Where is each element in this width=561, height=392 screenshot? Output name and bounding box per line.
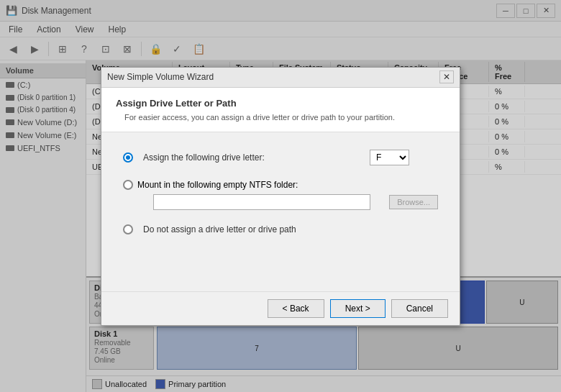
mount-folder-row: Mount in the following empty NTFS folder… (123, 180, 438, 190)
option-mount-folder: Mount in the following empty NTFS folder… (123, 180, 438, 210)
radio-dot-letter (126, 155, 130, 160)
back-button[interactable]: < Back (268, 299, 324, 318)
folder-path-input[interactable] (153, 194, 370, 210)
dialog-header-subtitle: For easier access, you can assign a driv… (124, 113, 445, 122)
folder-browse-row: Browse... (137, 194, 438, 210)
radio-mount-folder[interactable] (123, 180, 133, 190)
radio-assign-letter[interactable] (123, 152, 133, 163)
option-assign-letter: Assign the following drive letter: F E G… (123, 150, 438, 165)
drive-letter-wrapper: F E G H (370, 150, 409, 165)
cancel-button[interactable]: Cancel (391, 299, 448, 318)
dialog-header-section: Assign Drive Letter or Path For easier a… (101, 88, 460, 132)
wizard-dialog: New Simple Volume Wizard ✕ Assign Drive … (101, 67, 460, 326)
browse-button[interactable]: Browse... (389, 195, 438, 209)
option-no-assign: Do not assign a drive letter or drive pa… (123, 224, 438, 234)
dialog-header-title: Assign Drive Letter or Path (116, 98, 445, 109)
dialog-overlay: New Simple Volume Wizard ✕ Assign Drive … (0, 0, 561, 392)
drive-letter-select[interactable]: F E G H (370, 150, 409, 165)
radio-no-assign[interactable] (123, 224, 133, 234)
dialog-close-button[interactable]: ✕ (439, 70, 454, 83)
radio-label-folder[interactable]: Mount in the following empty NTFS folder… (137, 180, 298, 190)
dialog-body: Assign the following drive letter: F E G… (101, 132, 460, 291)
dialog-title-bar: New Simple Volume Wizard ✕ (101, 68, 460, 88)
dialog-footer: < Back Next > Cancel (101, 291, 460, 325)
next-button[interactable]: Next > (330, 299, 386, 318)
radio-label-no-assign[interactable]: Do not assign a drive letter or drive pa… (143, 224, 296, 234)
radio-label-letter[interactable]: Assign the following drive letter: (143, 152, 265, 163)
dialog-title: New Simple Volume Wizard (107, 72, 214, 82)
